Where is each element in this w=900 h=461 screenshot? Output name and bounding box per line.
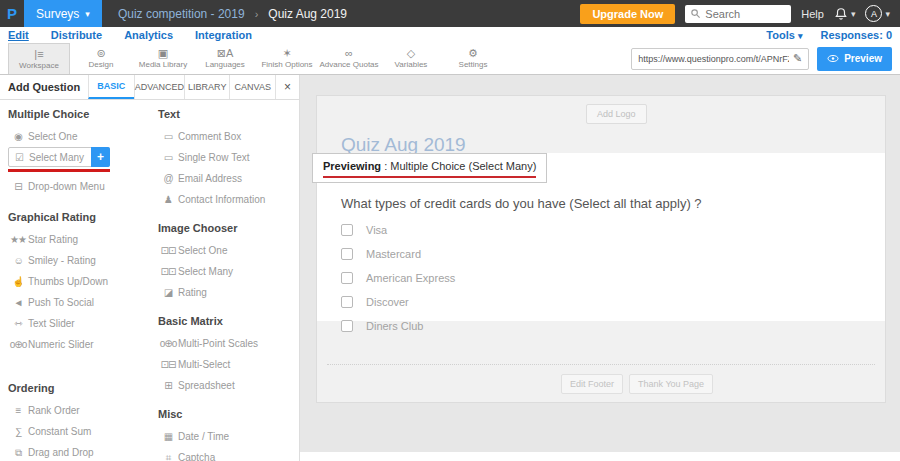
qtype-label: Rating — [178, 287, 207, 298]
qtype-single-row-text[interactable]: ▭ Single Row Text — [158, 147, 300, 168]
qtype-multi-point-scales[interactable]: o⊕o Multi-Point Scales — [158, 333, 300, 354]
qtype-label: Multi-Select — [178, 359, 230, 370]
nav-item-integration[interactable]: Integration — [195, 29, 252, 41]
checkbox-visa[interactable] — [341, 224, 353, 236]
tool-label: Design — [89, 60, 114, 69]
qtype-contact-information[interactable]: ♟ Contact Information — [158, 189, 300, 210]
qtype-image-rating[interactable]: ◪ Rating — [158, 282, 300, 303]
account-menu-button[interactable]: A ▾ — [865, 5, 890, 22]
qtype-drag-and-drop[interactable]: ⧉ Drag and Drop — [8, 442, 150, 461]
qtype-dropdown-menu[interactable]: ⊟ Drop-down Menu — [8, 176, 150, 197]
search-input[interactable] — [705, 8, 785, 20]
checkbox-american-express[interactable] — [341, 272, 353, 284]
qtype-text-slider[interactable]: ⇿ Text Slider — [8, 313, 150, 334]
qtype-select-many-selected[interactable]: ☑ Select Many + — [8, 147, 110, 167]
translate-icon: ⊠A — [217, 48, 234, 59]
qtype-rank-order[interactable]: ≡ Rank Order — [8, 400, 150, 421]
qtype-label: Multi-Point Scales — [178, 338, 258, 349]
notifications-button[interactable]: ▾ — [834, 7, 856, 21]
tool-workspace[interactable]: |≡ Workspace — [8, 43, 70, 74]
help-link[interactable]: Help — [801, 8, 824, 20]
nav-links: Edit Distribute Analytics Integration — [0, 29, 252, 41]
option-row: Visa — [341, 218, 455, 242]
qtype-comment-box[interactable]: ▭ Comment Box — [158, 126, 300, 147]
option-label: Discover — [366, 296, 409, 308]
tool-languages[interactable]: ⊠A Languages — [194, 43, 256, 74]
qtype-star-rating[interactable]: ★★ Star Rating — [8, 229, 150, 250]
palette-icon: ⊚ — [96, 48, 105, 59]
tab-library[interactable]: LIBRARY — [184, 75, 230, 99]
qtype-label: Push To Social — [28, 297, 94, 308]
question-types-column-2: Text ▭ Comment Box ▭ Single Row Text @ E… — [158, 108, 300, 461]
qtype-email-address[interactable]: @ Email Address — [158, 168, 300, 189]
previewing-label: Previewing — [323, 160, 381, 172]
chain-links-icon: ∞ — [345, 48, 353, 59]
questionpro-logo-icon[interactable]: P — [0, 0, 24, 27]
tool-label: Settings — [459, 60, 488, 69]
tool-variables[interactable]: ◇ Variables — [380, 43, 442, 74]
qtype-constant-sum[interactable]: ∑ Constant Sum — [8, 421, 150, 442]
edit-url-pencil-icon[interactable]: ✎ — [793, 52, 802, 65]
checkbox-mastercard[interactable] — [341, 248, 353, 260]
qtype-label: Text Slider — [28, 318, 75, 329]
tab-basic[interactable]: BASIC — [88, 75, 134, 99]
image-pair-icon: ⊡⊡ — [158, 245, 178, 256]
breadcrumb-parent[interactable]: Quiz competition - 2019 — [118, 7, 245, 21]
tool-design[interactable]: ⊚ Design — [70, 43, 132, 74]
thank-you-page-button[interactable]: Thank You Page — [629, 374, 713, 394]
add-question-plus-button[interactable]: + — [91, 147, 110, 167]
tab-canvas[interactable]: CANVAS — [229, 75, 275, 99]
qtype-label: Thumbs Up/Down — [28, 276, 108, 287]
person-icon: ♟ — [158, 194, 178, 205]
qtype-thumbs-up-down[interactable]: ☝ Thumbs Up/Down — [8, 271, 150, 292]
nav-item-distribute[interactable]: Distribute — [51, 29, 102, 41]
survey-url-box: ✎ — [631, 48, 809, 70]
qtype-image-select-one[interactable]: ⊡⊡ Select One — [158, 240, 300, 261]
tab-advanced[interactable]: ADVANCED — [134, 75, 184, 99]
breadcrumb-current: Quiz Aug 2019 — [268, 7, 347, 21]
option-row: Discover — [341, 290, 455, 314]
chevron-down-icon: ▾ — [798, 31, 803, 41]
checkbox-diners-club[interactable] — [341, 320, 353, 332]
upgrade-now-button[interactable]: Upgrade Now — [580, 4, 675, 24]
qtype-select-one[interactable]: ◉ Select One — [8, 126, 150, 147]
tools-label: Tools — [766, 29, 795, 41]
image-rating-icon: ◪ — [158, 287, 178, 298]
chevron-down-icon: ▾ — [885, 9, 890, 19]
qtype-smiley-rating[interactable]: ☺ Smiley - Rating — [8, 250, 150, 271]
edit-footer-button[interactable]: Edit Footer — [561, 374, 623, 394]
close-icon[interactable]: × — [275, 75, 299, 99]
search-box[interactable] — [685, 5, 791, 23]
tools-menu-button[interactable]: Tools ▾ — [766, 29, 802, 41]
preview-button[interactable]: Preview — [817, 47, 892, 71]
smiley-icon: ☺ — [8, 255, 28, 266]
checkbox-discover[interactable] — [341, 296, 353, 308]
add-logo-button[interactable]: Add Logo — [586, 104, 647, 124]
qtype-push-to-social[interactable]: ◄ Push To Social — [8, 292, 150, 313]
qtype-captcha[interactable]: ⌗ Captcha — [158, 447, 300, 461]
nav-item-analytics[interactable]: Analytics — [124, 29, 173, 41]
qtype-numeric-slider[interactable]: o⊕o Numeric Slider — [8, 334, 150, 355]
section-header-image-chooser: Image Chooser — [158, 222, 300, 234]
survey-url-input[interactable] — [638, 54, 789, 64]
dropdown-icon: ⊟ — [8, 181, 28, 192]
qtype-multi-select[interactable]: ⊡⊟ Multi-Select — [158, 354, 300, 375]
tool-settings[interactable]: ⚙ Settings — [442, 43, 504, 74]
tool-media-library[interactable]: ▣ Media Library — [132, 43, 194, 74]
tool-advance-quotas[interactable]: ∞ Advance Quotas — [318, 43, 380, 74]
responses-count-link[interactable]: Responses: 0 — [820, 29, 892, 41]
qtype-image-select-many[interactable]: ⊡⊡ Select Many — [158, 261, 300, 282]
qtype-label: Drag and Drop — [28, 447, 94, 458]
top-bar: P Surveys ▾ Quiz competition - 2019 › Qu… — [0, 0, 900, 27]
tool-label: Languages — [205, 60, 245, 69]
drag-icon: ⧉ — [8, 447, 28, 459]
checklist-icon: ☑ — [9, 152, 29, 163]
qtype-date-time[interactable]: ▦ Date / Time — [158, 426, 300, 447]
qtype-spreadsheet[interactable]: ⊞ Spreadsheet — [158, 375, 300, 396]
qtype-label: Drop-down Menu — [28, 181, 105, 192]
qtype-label: Select Many — [29, 152, 92, 163]
tool-finish-options[interactable]: ✶ Finish Options — [256, 43, 318, 74]
nav-item-edit[interactable]: Edit — [8, 29, 29, 41]
stars-icon: ★★ — [8, 234, 28, 245]
surveys-menu-button[interactable]: Surveys ▾ — [24, 0, 102, 27]
